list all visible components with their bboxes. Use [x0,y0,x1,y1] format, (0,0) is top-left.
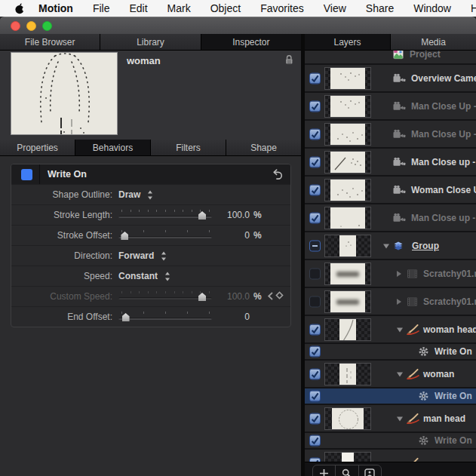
layer-name[interactable]: Overview Came [411,73,476,84]
layer-visibility-checkbox[interactable] [309,240,321,251]
slider-track[interactable] [118,297,212,299]
layer-row-man-close-up-[interactable]: Man Close up - [305,149,476,177]
menu-item-mark[interactable]: Mark [167,2,191,14]
slider-thumb[interactable] [121,232,128,240]
layer-row-man-close-up-[interactable]: Man Close up - [305,204,476,232]
lock-icon[interactable] [284,54,293,68]
disclosure-triangle-open[interactable] [397,372,403,376]
layer-name[interactable]: Write On [435,391,472,401]
disclosure-triangle-open[interactable] [397,416,403,421]
layer-row-partial[interactable] [305,450,476,462]
direction-popup[interactable]: Forward [118,250,154,261]
layer-name[interactable]: Man Close Up - [411,129,476,140]
layer-row-project[interactable]: Project [305,51,476,65]
stroke-length-value[interactable]: 100.0 [218,210,250,220]
disclosure-triangle-open[interactable] [397,327,403,332]
layer-row-woman-close-u[interactable]: Woman Close U [305,177,476,204]
stroke-offset-slider[interactable] [118,229,212,241]
insert-object-button[interactable] [358,465,381,476]
search-button[interactable] [335,465,358,476]
layer-row-scratchy01-m[interactable]: Scratchy01.m [305,260,476,288]
keyframe-diamond-icon[interactable] [275,290,284,303]
subtab-shape[interactable]: Shape [226,140,301,155]
shape-outline-popup[interactable]: Draw [118,189,140,200]
layer-row-man-close-up-[interactable]: Man Close Up - [305,93,476,121]
layer-name[interactable]: woman head [423,324,476,335]
layer-visibility-checkbox[interactable] [309,368,321,379]
layer-name[interactable]: Write On [435,346,472,357]
layer-visibility-checkbox[interactable] [309,184,321,195]
layer-name[interactable]: Project [410,51,441,60]
layer-row-woman-head[interactable]: woman head [305,316,476,344]
popup-stepper-icon[interactable] [164,272,170,281]
end-offset-value[interactable]: 0 [218,312,250,322]
layer-name[interactable]: Write On [435,435,472,446]
tab-inspector[interactable]: Inspector [201,34,301,50]
minimize-window-button[interactable] [26,21,36,31]
reset-icon[interactable] [272,169,283,180]
slider-thumb[interactable] [198,211,206,220]
tab-layers[interactable]: Layers [305,34,390,50]
popup-stepper-icon[interactable] [147,190,153,200]
layer-visibility-checkbox[interactable] [309,100,321,112]
custom-speed-slider[interactable] [118,290,212,302]
end-offset-slider[interactable] [118,311,212,323]
popup-stepper-icon[interactable] [161,251,167,261]
apple-menu-icon[interactable] [15,3,25,14]
layer-visibility-checkbox[interactable] [309,435,321,447]
subtab-behaviors[interactable]: Behaviors [75,140,150,155]
layer-visibility-checkbox[interactable] [309,391,321,402]
menu-app-name[interactable]: Motion [38,2,73,14]
layer-visibility-checkbox[interactable] [309,413,321,424]
slider-thumb[interactable] [198,293,206,301]
previous-keyframe-icon[interactable] [267,290,274,303]
slider-track[interactable] [118,216,212,218]
layer-name[interactable]: Scratchy01.m [423,269,476,279]
menu-item-object[interactable]: Object [210,2,241,14]
menu-item-window[interactable]: Window [413,2,451,14]
tab-library[interactable]: Library [100,34,200,50]
speed-popup[interactable]: Constant [118,271,158,281]
layer-row-write-on[interactable]: Write On [305,388,476,405]
menu-item-edit[interactable]: Edit [129,2,147,14]
layer-name[interactable]: Woman Close U [411,185,476,195]
layer-name[interactable]: Man Close up - [411,213,475,223]
layer-name[interactable]: Man Close up - [411,157,475,167]
menu-item-favorites[interactable]: Favorites [260,2,304,14]
layer-name[interactable]: Group [412,241,439,251]
close-window-button[interactable] [11,21,20,31]
behavior-enable-checkbox[interactable] [21,169,32,180]
subtab-properties[interactable]: Properties [0,140,75,155]
layer-visibility-checkbox[interactable] [309,212,321,223]
menu-item-share[interactable]: Share [366,2,394,14]
layer-row-write-on[interactable]: Write On [305,433,476,450]
layer-row-write-on[interactable]: Write On [305,344,476,361]
layer-row-man-head[interactable]: man head [305,405,476,433]
window-title-bar[interactable] [0,17,476,34]
layer-row-overview-came[interactable]: Overview Came [305,65,476,93]
menu-item-file[interactable]: File [93,2,110,14]
layer-name[interactable]: Man Close Up - [411,101,476,112]
subtab-filters[interactable]: Filters [151,140,226,155]
layer-visibility-checkbox[interactable] [309,346,321,358]
zoom-window-button[interactable] [42,21,52,31]
layer-visibility-checkbox[interactable] [309,268,321,279]
layer-name[interactable]: woman [423,369,454,379]
layer-row-scratchy01-m[interactable]: Scratchy01.m [305,288,476,316]
disclosure-triangle-closed[interactable] [397,271,401,277]
tab-media[interactable]: Media [391,34,476,50]
layer-visibility-checkbox[interactable] [309,296,321,307]
slider-track[interactable] [118,236,212,238]
layer-visibility-checkbox[interactable] [309,324,321,335]
stroke-offset-value[interactable]: 0 [218,230,250,241]
layer-visibility-checkbox[interactable] [309,128,321,140]
plus-button[interactable] [313,465,335,476]
layer-visibility-checkbox[interactable] [309,156,321,167]
stroke-length-slider[interactable] [118,209,212,221]
menu-item-help[interactable]: Help [471,2,476,14]
layer-name[interactable]: man head [423,413,465,424]
disclosure-triangle-closed[interactable] [397,299,401,305]
slider-thumb[interactable] [122,313,130,321]
custom-speed-value[interactable]: 100.0 [218,291,250,302]
menu-item-view[interactable]: View [324,2,346,14]
